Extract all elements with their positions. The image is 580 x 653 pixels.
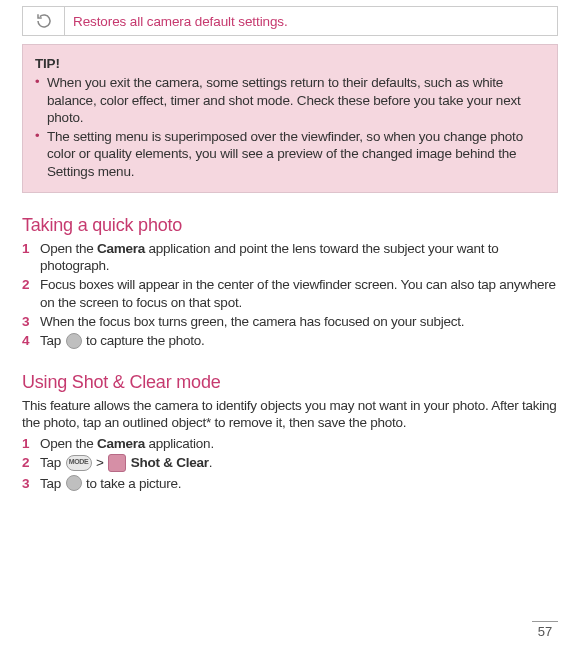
step: Open the Camera application. bbox=[22, 435, 558, 452]
step-text-post: . bbox=[209, 455, 213, 470]
step-text-pre: Open the bbox=[40, 241, 97, 256]
step-text-post: application. bbox=[145, 436, 214, 451]
tip-box: TIP! When you exit the camera, some sett… bbox=[22, 44, 558, 193]
step-text-bold: Camera bbox=[97, 436, 145, 451]
heading-quick-photo: Taking a quick photo bbox=[22, 215, 558, 236]
step: Tap to capture the photo. bbox=[22, 332, 558, 349]
step: Tap to take a picture. bbox=[22, 475, 558, 492]
step-text-post: to capture the photo. bbox=[83, 333, 205, 348]
step-text-pre: Tap bbox=[40, 455, 65, 470]
capture-icon bbox=[66, 333, 82, 349]
step-text-bold: Camera bbox=[97, 241, 145, 256]
step-text-bold: Shot & Clear bbox=[131, 455, 209, 470]
setting-row: Restores all camera default settings. bbox=[22, 6, 558, 36]
step: Open the Camera application and point th… bbox=[22, 240, 558, 275]
page-root: Restores all camera default settings. TI… bbox=[0, 0, 580, 653]
capture-icon bbox=[66, 475, 82, 491]
page-number: 57 bbox=[532, 621, 558, 639]
step-text-post: to take a picture. bbox=[83, 476, 182, 491]
step: When the focus box turns green, the came… bbox=[22, 313, 558, 330]
step: Focus boxes will appear in the center of… bbox=[22, 276, 558, 311]
shot-clear-intro: This feature allows the camera to identi… bbox=[22, 397, 558, 432]
mode-icon: MODE bbox=[66, 455, 92, 471]
tip-item: When you exit the camera, some settings … bbox=[35, 74, 545, 126]
quick-photo-steps: Open the Camera application and point th… bbox=[22, 240, 558, 350]
step-text-pre: Open the bbox=[40, 436, 97, 451]
step: Tap MODE > Shot & Clear. bbox=[22, 454, 558, 472]
setting-icon-cell bbox=[23, 7, 65, 35]
shot-clear-icon bbox=[108, 454, 126, 472]
shot-clear-steps: Open the Camera application. Tap MODE > … bbox=[22, 435, 558, 492]
tip-title: TIP! bbox=[35, 55, 545, 72]
step-text-pre: Tap bbox=[40, 333, 65, 348]
heading-shot-clear: Using Shot & Clear mode bbox=[22, 372, 558, 393]
reset-icon bbox=[35, 12, 53, 30]
step-gt: > bbox=[93, 455, 108, 470]
step-text-pre: Tap bbox=[40, 476, 65, 491]
tip-item: The setting menu is superimposed over th… bbox=[35, 128, 545, 180]
setting-description: Restores all camera default settings. bbox=[65, 7, 557, 35]
tip-list: When you exit the camera, some settings … bbox=[35, 74, 545, 180]
